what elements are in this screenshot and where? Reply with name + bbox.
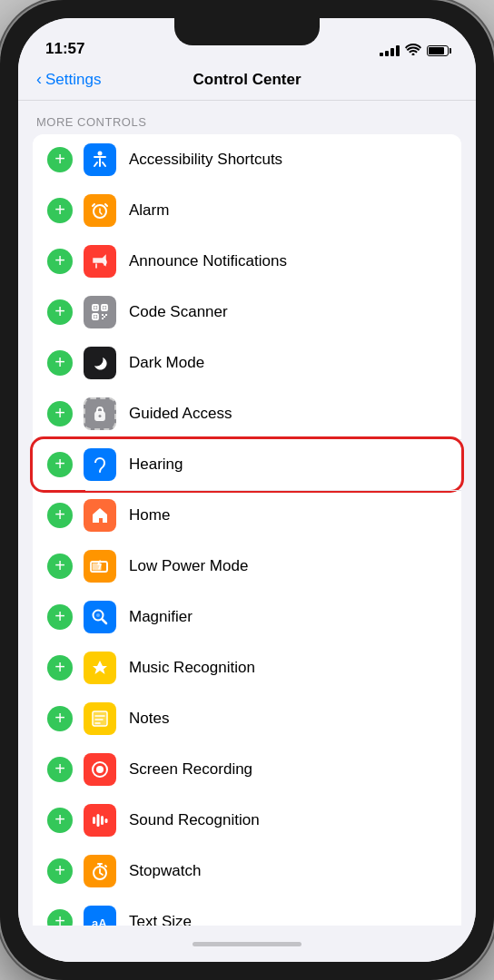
stopwatch-label: Stopwatch: [129, 862, 201, 880]
home-icon: [84, 499, 116, 532]
plus-icon: +: [54, 353, 65, 371]
list-item[interactable]: +: [33, 287, 461, 338]
add-button[interactable]: +: [47, 198, 73, 223]
svg-rect-6: [104, 307, 106, 309]
plus-icon: +: [54, 556, 65, 574]
plus-icon: +: [54, 201, 65, 219]
list-item[interactable]: + Magnifier: [33, 592, 461, 642]
svg-rect-5: [94, 307, 97, 309]
back-button[interactable]: ‹ Settings: [36, 71, 101, 89]
plus-icon: +: [54, 607, 65, 625]
add-button[interactable]: +: [47, 858, 73, 884]
add-button[interactable]: +: [47, 350, 73, 376]
list-item[interactable]: + Low Power Mode: [33, 541, 461, 592]
low-power-mode-label: Low Power Mode: [129, 557, 248, 575]
svg-point-9: [99, 415, 102, 417]
page-title: Control Center: [193, 71, 301, 89]
list-item[interactable]: + Sound Recognition: [33, 795, 461, 846]
music-recognition-icon: [84, 652, 116, 684]
phone-screen: 11:57: [18, 18, 476, 962]
announce-notifications-label: Announce Notifications: [129, 252, 287, 270]
list-item[interactable]: + aA Text Size: [33, 897, 461, 926]
list-item[interactable]: + Guided Access: [33, 388, 461, 439]
add-button[interactable]: +: [47, 299, 73, 325]
add-button[interactable]: +: [47, 706, 73, 731]
plus-icon: +: [54, 810, 65, 828]
low-power-mode-icon: [84, 550, 116, 583]
back-label: Settings: [45, 71, 101, 89]
plus-icon: +: [54, 302, 65, 320]
code-scanner-label: Code Scanner: [129, 303, 228, 321]
plus-icon: +: [54, 150, 65, 168]
svg-rect-22: [105, 818, 108, 823]
home-bar: [18, 926, 476, 962]
notes-label: Notes: [129, 710, 169, 728]
add-button[interactable]: +: [47, 554, 73, 579]
sound-recognition-label: Sound Recognition: [129, 811, 260, 829]
add-button[interactable]: +: [47, 655, 73, 681]
plus-icon: +: [54, 760, 65, 778]
battery-icon: [427, 45, 449, 56]
section-header: MORE CONTROLS: [18, 101, 476, 134]
phone-frame: 11:57: [0, 0, 494, 980]
plus-icon: +: [54, 455, 65, 473]
wifi-icon: [405, 44, 421, 58]
svg-point-10: [99, 463, 102, 466]
svg-rect-19: [93, 817, 95, 824]
status-time: 11:57: [45, 40, 84, 58]
list-item[interactable]: + Dark Mode: [33, 338, 461, 388]
sound-recognition-icon: [84, 804, 116, 837]
add-button[interactable]: +: [47, 249, 73, 274]
magnifier-icon: [84, 601, 116, 633]
plus-icon: +: [54, 861, 65, 879]
add-button[interactable]: +: [47, 757, 73, 782]
add-button[interactable]: +: [47, 147, 73, 172]
svg-rect-21: [101, 816, 104, 825]
dark-mode-icon: [84, 347, 116, 379]
nav-bar: ‹ Settings Control Center: [18, 64, 476, 101]
add-button[interactable]: +: [47, 503, 73, 528]
svg-text:aA: aA: [92, 916, 107, 926]
plus-icon: +: [54, 404, 65, 422]
list-item[interactable]: + Notes: [33, 693, 461, 744]
list-item[interactable]: + Alarm: [33, 185, 461, 236]
status-icons: [380, 44, 449, 58]
list-item[interactable]: + Music Recognition: [33, 642, 461, 693]
plus-icon: +: [54, 505, 65, 524]
hearing-label: Hearing: [129, 456, 183, 474]
back-chevron-icon: ‹: [36, 70, 42, 89]
text-size-icon: aA: [84, 906, 116, 926]
alarm-label: Alarm: [129, 201, 169, 220]
music-recognition-label: Music Recognition: [129, 659, 255, 677]
signal-icon: [380, 45, 400, 56]
list-item[interactable]: + Stopwatch: [33, 846, 461, 897]
add-button[interactable]: +: [47, 909, 73, 926]
list-item[interactable]: + Announce Notifications: [33, 236, 461, 287]
svg-rect-7: [94, 316, 97, 318]
alarm-icon: [84, 194, 116, 227]
content-area: MORE CONTROLS + Accessibi: [18, 101, 476, 926]
plus-icon: +: [54, 658, 65, 676]
plus-icon: +: [54, 251, 65, 270]
guided-access-label: Guided Access: [129, 405, 232, 423]
announce-notifications-icon: [84, 245, 116, 278]
accessibility-shortcuts-icon: [84, 143, 116, 176]
dark-mode-label: Dark Mode: [129, 354, 204, 372]
controls-list: + Accessibility Shortcuts: [33, 134, 461, 926]
svg-point-14: [96, 613, 100, 617]
svg-point-0: [98, 152, 103, 156]
list-item[interactable]: + Home: [33, 490, 461, 541]
accessibility-shortcuts-label: Accessibility Shortcuts: [129, 151, 282, 169]
hearing-icon: [84, 448, 116, 481]
add-button[interactable]: +: [47, 604, 73, 630]
screen-recording-label: Screen Recording: [129, 760, 252, 779]
list-item[interactable]: + Screen Recording: [33, 744, 461, 795]
hearing-list-item[interactable]: + Hearing: [33, 439, 461, 490]
notes-icon: [84, 702, 116, 735]
home-bar-line: [193, 942, 301, 946]
list-item[interactable]: + Accessibility Shortcuts: [33, 134, 461, 185]
add-button[interactable]: +: [47, 401, 73, 426]
screen-recording-icon: [84, 753, 116, 786]
add-button[interactable]: +: [47, 452, 73, 477]
add-button[interactable]: +: [47, 808, 73, 833]
